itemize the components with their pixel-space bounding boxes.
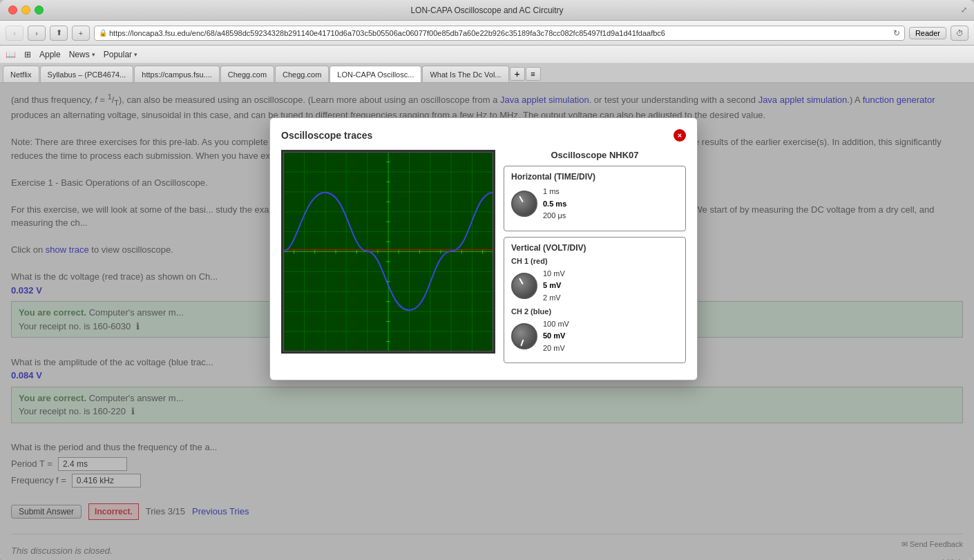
popular-arrow-icon: ▾ <box>134 51 137 58</box>
refresh-icon[interactable]: ↻ <box>893 28 900 38</box>
tab-add-button[interactable]: + <box>510 67 525 81</box>
bookmark-item-bookmarks[interactable]: 📖 <box>6 50 16 59</box>
reader-button[interactable]: Reader <box>909 27 946 39</box>
ch2-knob[interactable] <box>511 323 537 349</box>
ch2-label: CH 2 (blue) <box>511 307 678 316</box>
horizontal-option-05ms: 0.5 ms <box>543 198 566 211</box>
horizontal-knob-indicator <box>519 196 524 203</box>
ch2-knob-indicator <box>520 339 524 346</box>
ch2-option-100mv: 100 mV <box>543 318 569 331</box>
browser-window: LON-CAPA Oscilloscope and AC Circuitry ⤢… <box>0 0 974 560</box>
news-label: News <box>69 50 90 59</box>
oscilloscope-modal: Oscilloscope traces × <box>269 117 698 380</box>
tab-netflix-label: Netflix <box>10 70 32 79</box>
tab-chegg2-label: Chegg.com <box>283 70 321 79</box>
ch1-options: 10 mV 5 mV 2 mV <box>543 268 565 305</box>
vertical-control-group: Vertical (VOLT/DIV) CH 1 (red) 10 mV 5 m… <box>504 237 686 364</box>
ch1-label: CH 1 (red) <box>511 257 678 265</box>
share-button[interactable]: ⬆ <box>50 26 68 41</box>
ch1-option-5mv: 5 mV <box>543 280 565 292</box>
scope-svg <box>283 152 493 351</box>
settings-button[interactable]: ⏱ <box>951 26 968 41</box>
grid-icon: ⊞ <box>24 50 31 59</box>
back-button[interactable]: ‹ <box>6 26 23 41</box>
modal-body: Oscilloscope NHK07 Horizontal (TIME/DIV)… <box>281 150 686 369</box>
tab-netflix[interactable]: Netflix <box>3 66 39 82</box>
add-bookmark-button[interactable]: + <box>72 26 90 41</box>
ch2-options: 100 mV 50 mV 20 mV <box>543 318 569 355</box>
modal-close-button[interactable]: × <box>674 129 686 142</box>
bookmark-item-news[interactable]: News ▾ <box>69 50 95 59</box>
ch2-option-50mv: 50 mV <box>543 330 569 342</box>
tab-chegg1[interactable]: Chegg.com <box>220 66 274 82</box>
tab-loncapa[interactable]: LON-CAPA Oscillosc... <box>330 66 421 82</box>
close-button[interactable] <box>8 6 17 15</box>
address-text: https://loncapa3.fsu.edu/enc/68/a48598dc… <box>109 29 890 37</box>
maximize-button[interactable] <box>35 6 44 15</box>
title-bar: LON-CAPA Oscilloscope and AC Circuitry ⤢ <box>0 0 974 21</box>
horizontal-option-1ms: 1 ms <box>543 186 566 198</box>
vertical-title: Vertical (VOLT/DIV) <box>511 243 678 253</box>
bookmarks-icon: 📖 <box>6 50 16 59</box>
forward-button[interactable]: › <box>28 26 46 41</box>
tab-dcvol[interactable]: What Is The Dc Vol... <box>422 66 508 82</box>
scope-model-label: Oscilloscope NHK07 <box>504 150 686 160</box>
ch2-option-20mv: 20 mV <box>543 342 569 355</box>
tab-chegg2[interactable]: Chegg.com <box>275 66 329 82</box>
controls-panel: Oscilloscope NHK07 Horizontal (TIME/DIV)… <box>504 150 686 369</box>
horizontal-title: Horizontal (TIME/DIV) <box>511 172 678 182</box>
tab-syllabus-label: Syllabus – (PCB4674... <box>48 70 126 79</box>
tab-list-button[interactable]: ≡ <box>526 67 541 81</box>
tab-chegg1-label: Chegg.com <box>228 70 267 79</box>
ch2-subgroup: 100 mV 50 mV 20 mV <box>511 318 678 355</box>
modal-header: Oscilloscope traces × <box>281 129 686 142</box>
lock-icon: 🔒 <box>99 29 107 37</box>
popular-label: Popular <box>104 50 132 59</box>
horizontal-option-200us: 200 μs <box>543 210 566 222</box>
ch1-knob[interactable] <box>511 273 537 299</box>
modal-title: Oscilloscope traces <box>281 130 372 141</box>
window-title: LON-CAPA Oscilloscope and AC Circuitry <box>410 6 563 15</box>
news-arrow-icon: ▾ <box>92 51 95 58</box>
modal-overlay: Oscilloscope traces × <box>0 83 974 560</box>
horizontal-subgroup: 1 ms 0.5 ms 200 μs <box>511 186 678 222</box>
ch1-subgroup: 10 mV 5 mV 2 mV <box>511 268 678 305</box>
horizontal-control-group: Horizontal (TIME/DIV) 1 ms 0.5 ms 200 μs <box>504 166 686 231</box>
horizontal-knob[interactable] <box>511 191 537 217</box>
ch1-knob-indicator <box>519 278 524 285</box>
tab-campus-label: https://campus.fsu.... <box>142 70 212 79</box>
bookmark-item-grid[interactable]: ⊞ <box>24 50 31 59</box>
ch1-option-2mv: 2 mV <box>543 292 565 305</box>
address-bar[interactable]: 🔒 https://loncapa3.fsu.edu/enc/68/a48598… <box>94 26 905 41</box>
minimize-button[interactable] <box>21 6 30 15</box>
bookmarks-bar: 📖 ⊞ Apple News ▾ Popular ▾ <box>0 46 974 64</box>
bookmark-item-apple[interactable]: Apple <box>39 50 61 59</box>
traffic-lights <box>8 6 44 15</box>
oscilloscope-screen <box>281 150 495 354</box>
tab-syllabus[interactable]: Syllabus – (PCB4674... <box>40 66 134 82</box>
horizontal-options: 1 ms 0.5 ms 200 μs <box>543 186 566 222</box>
nav-bar: ‹ › ⬆ + 🔒 https://loncapa3.fsu.edu/enc/6… <box>0 21 974 46</box>
tab-dcvol-label: What Is The Dc Vol... <box>430 70 501 79</box>
tab-loncapa-label: LON-CAPA Oscillosc... <box>337 70 414 79</box>
ch1-option-10mv: 10 mV <box>543 268 565 280</box>
tab-campus[interactable]: https://campus.fsu.... <box>134 66 220 82</box>
bookmark-item-popular[interactable]: Popular ▾ <box>104 50 137 59</box>
content-area: (and thus frequency, f = 1/T), can also … <box>0 83 974 560</box>
apple-label: Apple <box>39 50 61 59</box>
tabs-bar: Netflix Syllabus – (PCB4674... https://c… <box>0 64 974 83</box>
window-expand-icon[interactable]: ⤢ <box>961 6 967 15</box>
